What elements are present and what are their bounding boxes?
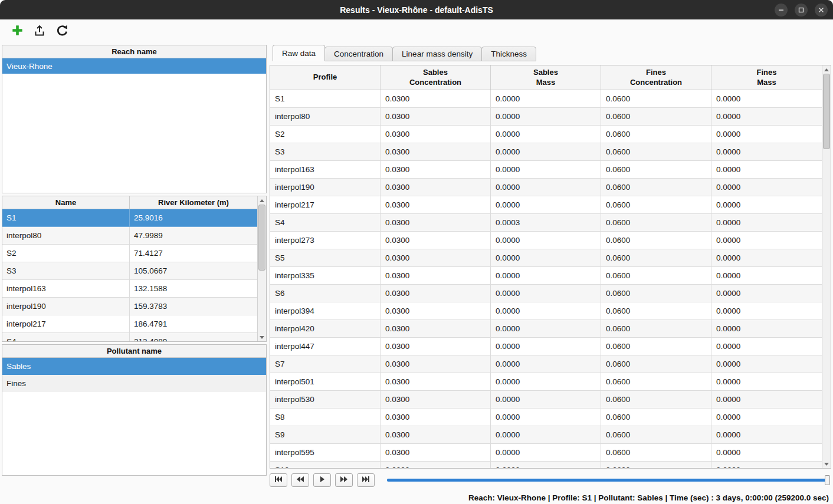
results-value-cell: 0.0000 bbox=[711, 143, 822, 161]
results-row[interactable]: interpol4470.03000.00000.06000.0000 bbox=[270, 338, 822, 355]
titlebar: Results - Vieux-Rhône - default-AdisTS bbox=[0, 0, 833, 19]
results-row[interactable]: interpol1900.03000.00000.06000.0000 bbox=[270, 179, 822, 196]
profile-row[interactable]: interpol190159.3783 bbox=[2, 298, 257, 315]
pollutant-list-item[interactable]: Sables bbox=[2, 358, 266, 375]
results-row[interactable]: S100.03000.00000.06000.0000 bbox=[270, 462, 822, 468]
column-header-river-kilometer: River Kilometer (m) bbox=[130, 196, 257, 209]
results-value-cell: 0.0600 bbox=[601, 355, 711, 373]
results-row[interactable]: interpol3350.03000.00000.06000.0000 bbox=[270, 267, 822, 285]
column-header-sables-mass: Sables Mass bbox=[491, 65, 601, 90]
results-row[interactable]: interpol4200.03000.00000.06000.0000 bbox=[270, 320, 822, 338]
window-title: Results - Vieux-Rhône - default-AdisTS bbox=[340, 5, 493, 15]
scroll-up-arrow[interactable] bbox=[822, 65, 831, 74]
results-profile-cell: interpol190 bbox=[270, 179, 381, 196]
tab-concentration[interactable]: Concentration bbox=[324, 47, 393, 61]
results-value-cell: 0.0000 bbox=[711, 302, 822, 320]
results-row[interactable]: S10.03000.00000.06000.0000 bbox=[270, 90, 822, 108]
results-row[interactable]: S70.03000.00000.06000.0000 bbox=[270, 355, 822, 373]
results-row[interactable]: interpol5950.03000.00000.06000.0000 bbox=[270, 444, 822, 462]
reach-list-item[interactable]: Vieux-Rhone bbox=[2, 58, 266, 74]
results-value-cell: 0.0000 bbox=[491, 143, 601, 161]
results-value-cell: 0.0000 bbox=[491, 355, 601, 373]
results-row[interactable]: interpol3940.03000.00000.06000.0000 bbox=[270, 302, 822, 320]
scroll-down-arrow[interactable] bbox=[258, 333, 266, 341]
maximize-button[interactable] bbox=[795, 4, 808, 17]
rewind-icon bbox=[296, 476, 304, 485]
profile-row[interactable]: interpol163132.1588 bbox=[2, 280, 257, 298]
results-row[interactable]: S30.03000.00000.06000.0000 bbox=[270, 143, 822, 161]
results-profile-cell: S10 bbox=[270, 462, 381, 468]
results-value-cell: 0.0600 bbox=[601, 338, 711, 355]
scrollbar-track[interactable] bbox=[258, 205, 266, 333]
results-row[interactable]: S80.03000.00000.06000.0000 bbox=[270, 409, 822, 426]
results-value-cell: 0.0300 bbox=[381, 196, 491, 214]
profile-row[interactable]: S125.9016 bbox=[2, 209, 257, 227]
time-slider-track[interactable] bbox=[387, 479, 830, 482]
results-row[interactable]: interpol2170.03000.00000.06000.0000 bbox=[270, 196, 822, 214]
reach-list[interactable]: Vieux-Rhone bbox=[2, 58, 266, 193]
results-scrollbar[interactable] bbox=[822, 65, 831, 468]
results-value-cell: 0.0300 bbox=[381, 302, 491, 320]
profile-row[interactable]: interpol217186.4791 bbox=[2, 315, 257, 333]
results-row[interactable]: interpol5300.03000.00000.06000.0000 bbox=[270, 391, 822, 409]
profile-row[interactable]: S271.4127 bbox=[2, 245, 257, 262]
rewind-button[interactable] bbox=[291, 473, 309, 487]
fast-forward-icon bbox=[340, 476, 348, 485]
results-value-cell: 0.0600 bbox=[601, 320, 711, 338]
scrollbar-thumb[interactable] bbox=[258, 205, 265, 271]
results-row[interactable]: S40.03000.00030.06000.0000 bbox=[270, 214, 822, 232]
results-row[interactable]: interpol2730.03000.00000.06000.0000 bbox=[270, 232, 822, 249]
profiles-scrollbar[interactable] bbox=[257, 196, 266, 341]
time-slider-handle[interactable] bbox=[825, 475, 830, 485]
results-row[interactable]: S20.03000.00000.06000.0000 bbox=[270, 126, 822, 143]
plus-icon bbox=[11, 24, 24, 38]
scroll-up-arrow[interactable] bbox=[258, 196, 266, 205]
close-icon bbox=[818, 7, 824, 13]
results-value-cell: 0.0300 bbox=[381, 462, 491, 468]
results-row[interactable]: S60.03000.00000.06000.0000 bbox=[270, 285, 822, 302]
results-value-cell: 0.0300 bbox=[381, 90, 491, 108]
skip-first-button[interactable] bbox=[270, 473, 287, 487]
results-rows[interactable]: S10.03000.00000.06000.0000interpol800.03… bbox=[270, 90, 822, 468]
results-row[interactable]: S90.03000.00000.06000.0000 bbox=[270, 426, 822, 444]
close-button[interactable] bbox=[815, 4, 828, 17]
pollutant-list-item[interactable]: Fines bbox=[2, 375, 266, 392]
scrollbar-track[interactable] bbox=[822, 74, 831, 460]
profile-row[interactable]: S3105.0667 bbox=[2, 262, 257, 280]
export-button[interactable] bbox=[32, 24, 47, 39]
play-button[interactable] bbox=[313, 473, 331, 487]
minimize-button[interactable] bbox=[775, 4, 788, 17]
results-value-cell: 0.0000 bbox=[491, 320, 601, 338]
skip-first-icon bbox=[274, 476, 283, 485]
results-value-cell: 0.0600 bbox=[601, 267, 711, 285]
scroll-down-arrow[interactable] bbox=[822, 460, 831, 468]
results-profile-cell: S7 bbox=[270, 355, 381, 373]
scrollbar-thumb[interactable] bbox=[823, 74, 830, 149]
profiles-rows[interactable]: S125.9016interpol8047.9989S271.4127S3105… bbox=[2, 209, 257, 341]
tab-thickness[interactable]: Thickness bbox=[481, 47, 536, 61]
results-value-cell: 0.0600 bbox=[601, 196, 711, 214]
tab-linear-mass-density[interactable]: Linear mass density bbox=[392, 47, 482, 61]
results-row[interactable]: interpol1630.03000.00000.06000.0000 bbox=[270, 161, 822, 179]
pollutant-list[interactable]: SablesFines bbox=[2, 358, 266, 475]
results-profile-cell: interpol530 bbox=[270, 391, 381, 409]
profile-row[interactable]: interpol8047.9989 bbox=[2, 227, 257, 245]
tab-raw-data[interactable]: Raw data bbox=[273, 45, 325, 61]
results-value-cell: 0.0000 bbox=[491, 302, 601, 320]
profile-row[interactable]: S4213.4089 bbox=[2, 333, 257, 341]
results-value-cell: 0.0300 bbox=[381, 161, 491, 179]
results-table: Profile Sables Concentration Sables Mass… bbox=[270, 65, 831, 469]
window-controls bbox=[775, 0, 828, 19]
fast-forward-button[interactable] bbox=[335, 473, 353, 487]
results-row[interactable]: S50.03000.00000.06000.0000 bbox=[270, 249, 822, 267]
results-row[interactable]: interpol800.03000.00000.06000.0000 bbox=[270, 108, 822, 126]
add-button[interactable] bbox=[9, 24, 25, 39]
results-value-cell: 0.0000 bbox=[711, 373, 822, 391]
column-header-fines-concentration: Fines Concentration bbox=[601, 65, 711, 90]
refresh-button[interactable] bbox=[54, 24, 70, 39]
results-value-cell: 0.0000 bbox=[711, 196, 822, 214]
skip-last-button[interactable] bbox=[357, 473, 375, 487]
results-row[interactable]: interpol5010.03000.00000.06000.0000 bbox=[270, 373, 822, 391]
time-slider[interactable] bbox=[387, 473, 830, 487]
profile-km-cell: 132.1588 bbox=[130, 280, 257, 298]
